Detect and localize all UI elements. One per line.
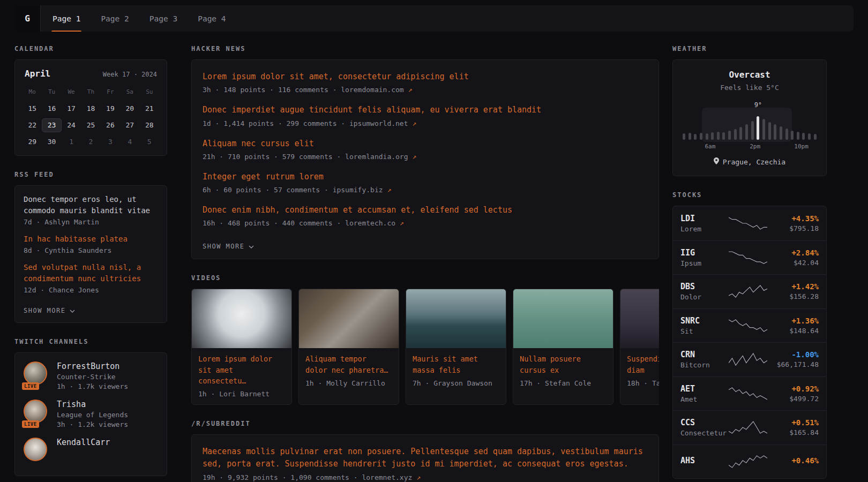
stock-price: $66,171.48 [767,360,819,368]
hn-item: Donec imperdiet augue tincidunt felis al… [203,104,648,127]
channel-info: Trisha League of Legends 3h · 1.2k viewe… [57,400,128,428]
channel-game: Counter-Strike [57,373,128,381]
external-link-icon[interactable]: ↗ [416,473,421,481]
video-title[interactable]: Mauris sit amet massa felis [413,353,499,375]
hn-item-title[interactable]: Aliquam nec cursus elit [203,138,648,150]
video-card[interactable]: Mauris sit amet massa felis 7h · Grayson… [406,289,506,405]
hn-item: Lorem ipsum dolor sit amet, consectetur … [203,71,648,94]
video-meta: 7h · Grayson Dawson [413,379,499,387]
stock-ticker: AET [680,384,729,394]
stock-row[interactable]: CCS Consectetur +0.51% $165.84 [673,410,826,445]
stock-row[interactable]: DBS Dolor +1.42% $156.28 [673,274,826,308]
stock-price: $148.64 [767,327,819,335]
weather-bar [797,132,799,140]
stock-id: IIG Ipsum [680,248,729,267]
weather-bar [728,131,731,140]
hn-item-title[interactable]: Donec enim nibh, condimentum et accumsan… [203,204,648,216]
rss-item-title[interactable]: Donec tempor eros leo, ut commodo mauris… [24,194,158,216]
video-card[interactable]: Suspendisse potenti diam 18h · Tara [620,289,659,405]
channel-meta: 3h · 1.2k viewers [57,420,128,428]
external-link-icon[interactable]: ↗ [412,119,416,127]
avatar [24,362,47,385]
rss-item-title[interactable]: Sed volutpat nulla nisl, a condimentum n… [24,262,158,284]
stock-id: DBS Dolor [680,282,729,301]
stock-change: -1.00% [767,350,819,359]
weather-bars [683,113,817,140]
stock-id: LDI Lorem [680,214,729,233]
hn-item-title[interactable]: Lorem ipsum dolor sit amet, consectetur … [203,71,648,83]
stock-row[interactable]: CRN Bitcorn -1.00% $66,171.48 [673,342,826,376]
calendar-day: 2 [81,135,100,149]
stock-change: +1.42% [767,282,819,291]
live-badge: LIVE [22,420,39,428]
hn-item-title[interactable]: Donec imperdiet augue tincidunt felis al… [203,104,648,116]
calendar-day: 25 [81,118,100,132]
rss-item-title[interactable]: In hac habitasse platea [24,234,158,245]
stock-row[interactable]: SNRC Sit +1.36% $148.64 [673,308,826,343]
video-card[interactable]: Aliquam tempor dolor nec pharetra… 1h · … [298,289,399,405]
stocks-widget: LDI Lorem +4.35% $795.18 IIG Ipsum [672,206,827,479]
hn-domain-link[interactable]: ipsumworld.net [349,119,408,127]
stock-values: +0.92% $499.72 [767,385,819,403]
external-link-icon[interactable]: ↗ [387,186,391,194]
calendar-dow-label: Su [140,85,159,99]
weather-section-title: WEATHER [672,45,827,52]
calendar-section: CALENDAR April Week 17 · 2024 MoTuWeThFr… [14,45,167,156]
stock-ticker: AHS [680,456,729,465]
weather-bar [802,133,805,140]
tab-page-1[interactable]: Page 1 [53,5,80,32]
channel-info: ForrestBurton Counter-Strike 1h · 1.7k v… [57,362,128,390]
stock-sparkline [729,216,767,230]
stock-id: AHS [680,456,729,467]
tab-page-3[interactable]: Page 3 [149,5,177,32]
twitch-channel[interactable]: LIVE ForrestBurton Counter-Strike 1h · 1… [24,362,158,390]
calendar-day: 20 [120,102,139,116]
stock-price: $156.28 [767,292,819,300]
external-link-icon[interactable]: ↗ [408,86,413,94]
stock-row[interactable]: AHS +0.46% [673,445,826,479]
hn-domain-link[interactable]: loremdomain.com [341,86,403,94]
video-title[interactable]: Lorem ipsum dolor sit amet consectetu… [198,353,285,386]
video-card[interactable]: Lorem ipsum dolor sit amet consectetu… 1… [191,289,292,405]
tab-page-4[interactable]: Page 4 [198,5,226,32]
hn-item-title[interactable]: Integer eget rutrum lorem [203,171,648,183]
reddit-post-title[interactable]: Maecenas mollis pulvinar erat non posuer… [203,446,648,471]
external-link-icon[interactable]: ↗ [400,219,404,227]
topbar: G Page 1 Page 2 Page 3 Page 4 [14,5,854,32]
stock-row[interactable]: AET Amet +0.92% $499.72 [673,376,826,411]
stock-row[interactable]: IIG Ipsum +2.84% $42.04 [673,240,826,275]
stock-ticker: DBS [680,282,729,291]
video-body: Mauris sit amet massa felis 7h · Grayson… [406,348,506,394]
video-title[interactable]: Suspendisse potenti diam [627,353,659,375]
rss-show-more-button[interactable]: SHOW MORE [24,307,75,314]
video-title[interactable]: Aliquam tempor dolor nec pharetra… [305,353,392,375]
calendar-day: 3 [101,135,120,149]
video-card[interactable]: Nullam posuere cursus ex 17h · Stefan Co… [513,289,613,405]
hn-domain-link[interactable]: loremtech.co [345,219,395,227]
reddit-domain-link[interactable]: loremnet.xyz [362,473,412,481]
video-meta: 17h · Stefan Cole [520,379,607,387]
stock-values: -1.00% $66,171.48 [767,350,819,368]
weather-feels-like: Feels like 5°C [682,84,818,92]
hn-domain-link[interactable]: ipsumify.biz [333,186,383,194]
rss-item: In hac habitasse platea 8d · Cynthia Sau… [24,234,158,254]
hn-meta-text: 6h · 60 points · 57 comments · [203,186,328,194]
rss-item: Donec tempor eros leo, ut commodo mauris… [24,194,158,226]
weather-location-text: Prague, Czechia [723,158,785,166]
external-link-icon[interactable]: ↗ [412,153,416,161]
twitch-widget: LIVE ForrestBurton Counter-Strike 1h · 1… [14,352,167,476]
video-title[interactable]: Nullam posuere cursus ex [520,353,607,375]
twitch-channel[interactable]: LIVE Trisha League of Legends 3h · 1.2k … [24,400,158,428]
stock-sparkline [729,420,767,434]
tab-page-2[interactable]: Page 2 [101,5,129,32]
app-logo[interactable]: G [14,5,41,32]
stocks-section-title: STOCKS [672,191,827,199]
stock-id: CCS Consectetur [680,418,729,437]
hn-show-more-button[interactable]: SHOW MORE [203,243,254,250]
hn-domain-link[interactable]: loremlandia.org [345,153,408,161]
calendar-dow-label: Tu [42,85,61,99]
twitch-channel[interactable]: KendallCarr [24,438,158,463]
calendar-section-title: CALENDAR [14,45,167,52]
stock-row[interactable]: LDI Lorem +4.35% $795.18 [673,206,826,240]
stock-name: Lorem [680,225,729,233]
